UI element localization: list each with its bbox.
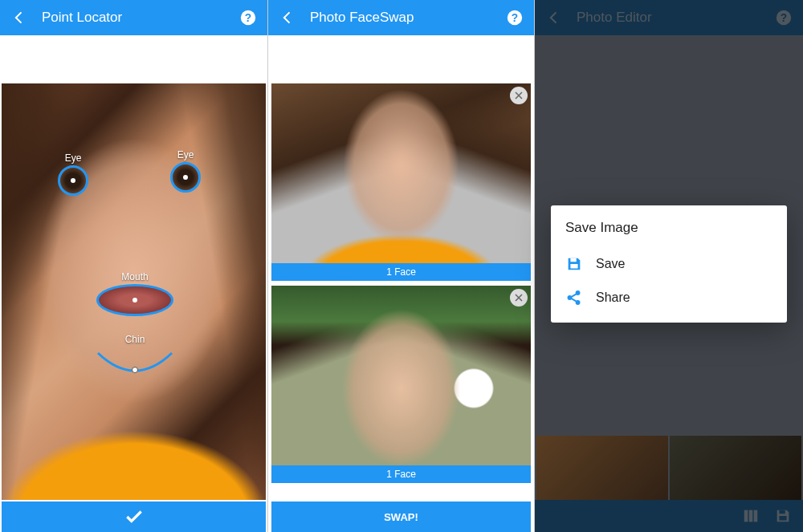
marker-eye-left-label: Eye (65, 152, 82, 164)
thumb-area: 1 Face 1 Face (268, 83, 534, 502)
save-floppy-icon (565, 255, 583, 273)
back-icon[interactable] (8, 6, 31, 29)
locator-photo[interactable]: Eye Eye Mouth Chin (2, 83, 266, 500)
check-icon (124, 506, 145, 527)
dialog-save-row[interactable]: Save (565, 247, 772, 281)
blank-strip (268, 35, 534, 83)
blank-strip (0, 35, 267, 83)
marker-eye-right-label: Eye (177, 149, 194, 160)
photo-image (271, 286, 531, 483)
svg-text:?: ? (245, 12, 251, 24)
svg-point-13 (568, 296, 571, 299)
help-icon[interactable]: ? (503, 6, 526, 29)
swap-button-label: SWAP! (384, 511, 418, 523)
close-icon[interactable] (510, 289, 528, 307)
title-faceswap: Photo FaceSwap (310, 10, 503, 26)
face-count-label: 1 Face (271, 465, 531, 483)
marker-mouth[interactable]: Mouth (96, 271, 173, 316)
confirm-button[interactable] (2, 502, 266, 532)
svg-text:?: ? (512, 12, 518, 24)
close-icon[interactable] (510, 87, 528, 104)
marker-chin[interactable]: Chin (95, 334, 175, 380)
svg-point-14 (577, 291, 580, 294)
share-icon (565, 289, 583, 307)
marker-mouth-label: Mouth (121, 271, 148, 282)
marker-eye-right[interactable]: Eye (170, 149, 201, 193)
help-icon[interactable]: ? (237, 6, 259, 29)
dialog-save-label: Save (596, 257, 625, 271)
swap-button[interactable]: SWAP! (271, 502, 531, 532)
photo-image (271, 83, 531, 281)
dialog-share-row[interactable]: Share (565, 281, 772, 315)
title-locator: Point Locator (42, 10, 237, 26)
save-dialog: Save Image Save Share (551, 205, 787, 323)
titlebar-locator: Point Locator ? (0, 0, 267, 35)
dialog-share-label: Share (596, 290, 630, 305)
marker-eye-left[interactable]: Eye (58, 152, 88, 196)
svg-point-15 (577, 301, 580, 304)
pane-point-locator: Point Locator ? Eye Eye Mouth Chin (0, 0, 268, 532)
dialog-heading: Save Image (565, 220, 772, 236)
marker-chin-label: Chin (125, 334, 145, 345)
svg-rect-11 (570, 258, 576, 262)
photo-thumb[interactable]: 1 Face (271, 83, 531, 281)
pane-editor: Photo Editor ? Save Image Save (535, 0, 803, 532)
back-icon[interactable] (276, 6, 299, 29)
face-count-label: 1 Face (271, 263, 531, 281)
photo-thumb[interactable]: 1 Face (271, 286, 531, 483)
svg-rect-12 (570, 264, 577, 269)
titlebar-faceswap: Photo FaceSwap ? (268, 0, 534, 35)
pane-faceswap: Photo FaceSwap ? 1 Face 1 Face SWAP! (268, 0, 535, 532)
